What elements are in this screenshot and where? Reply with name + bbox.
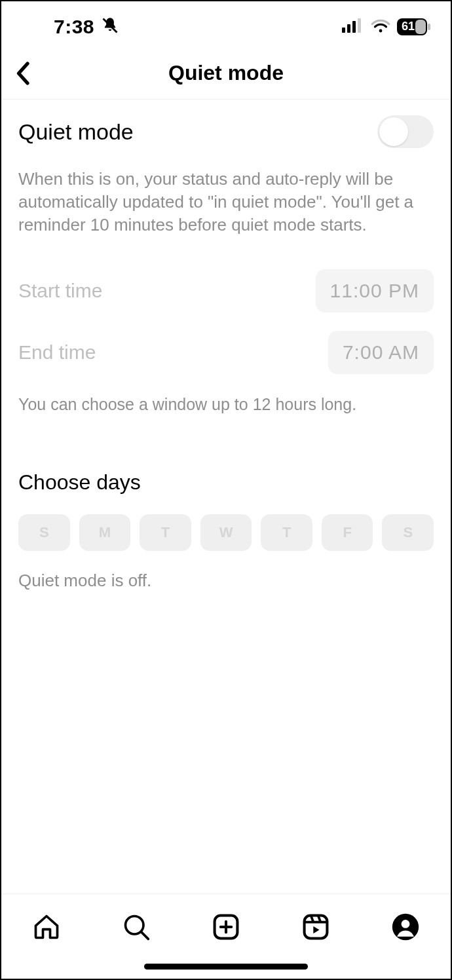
svg-rect-2: [347, 24, 350, 33]
page-title: Quiet mode: [168, 61, 284, 85]
tab-search[interactable]: [117, 909, 156, 948]
time-window-hint: You can choose a window up to 12 hours l…: [18, 395, 434, 414]
svg-line-9: [141, 932, 148, 939]
end-time-label: End time: [18, 341, 96, 364]
back-button[interactable]: [10, 60, 37, 86]
search-icon: [122, 913, 151, 944]
svg-rect-1: [342, 28, 345, 33]
start-time-row: Start time 11:00 PM: [18, 269, 434, 312]
day-friday[interactable]: F: [322, 514, 373, 551]
status-right: 61: [342, 18, 431, 35]
home-indicator[interactable]: [144, 964, 308, 970]
silent-icon: [101, 16, 119, 37]
tab-profile[interactable]: [386, 909, 425, 948]
quiet-mode-row: Quiet mode: [18, 100, 434, 148]
svg-rect-6: [415, 20, 426, 34]
plus-square-icon: [212, 913, 240, 944]
svg-point-18: [402, 920, 410, 928]
start-time-value[interactable]: 11:00 PM: [316, 269, 434, 312]
status-bar: 7:38 61: [1, 1, 451, 47]
status-left: 7:38: [21, 16, 119, 38]
day-monday[interactable]: M: [79, 514, 131, 551]
quiet-mode-description: When this is on, your status and auto-re…: [18, 168, 434, 236]
tab-home[interactable]: [27, 909, 66, 948]
day-tuesday[interactable]: T: [140, 514, 191, 551]
profile-icon: [391, 913, 420, 944]
home-icon: [32, 913, 61, 944]
tab-reels[interactable]: [296, 909, 335, 948]
battery-icon: 61: [397, 18, 431, 35]
toggle-knob: [379, 117, 408, 146]
end-time-row: End time 7:00 AM: [18, 331, 434, 374]
tab-create[interactable]: [206, 909, 246, 948]
choose-days-title: Choose days: [18, 470, 434, 495]
battery-pct: 61: [402, 20, 415, 33]
reels-icon: [301, 913, 330, 944]
svg-rect-7: [428, 24, 430, 30]
quiet-mode-toggle[interactable]: [377, 115, 434, 148]
wifi-icon: [371, 18, 390, 35]
content: Quiet mode When this is on, your status …: [1, 100, 451, 591]
day-selector-row: S M T W T F S: [18, 514, 434, 551]
svg-rect-4: [358, 18, 361, 33]
end-time-value[interactable]: 7:00 AM: [328, 331, 434, 374]
cellular-icon: [342, 18, 364, 35]
status-time: 7:38: [54, 16, 94, 38]
day-wednesday[interactable]: W: [200, 514, 252, 551]
svg-rect-3: [352, 21, 356, 33]
svg-rect-13: [305, 916, 328, 939]
quiet-mode-status: Quiet mode is off.: [18, 571, 434, 591]
nav-header: Quiet mode: [1, 47, 451, 100]
day-sunday[interactable]: S: [18, 514, 70, 551]
start-time-label: Start time: [18, 280, 102, 302]
day-saturday[interactable]: S: [382, 514, 434, 551]
day-thursday[interactable]: T: [261, 514, 312, 551]
quiet-mode-label: Quiet mode: [18, 119, 134, 145]
